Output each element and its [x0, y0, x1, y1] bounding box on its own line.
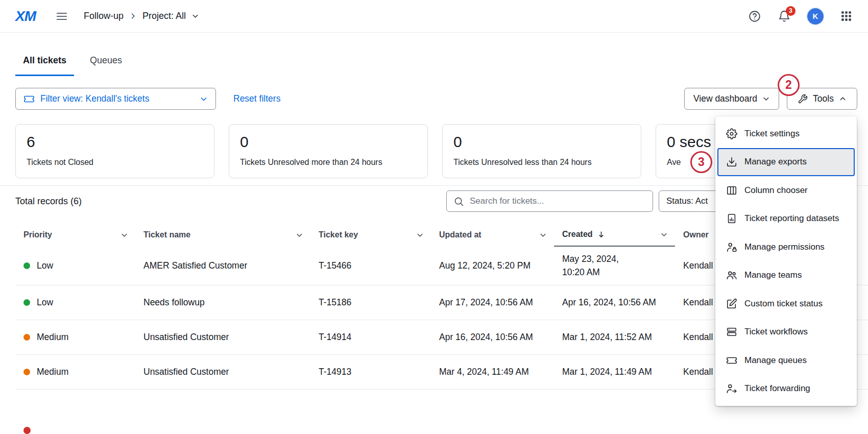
- ticket-key-cell: T-15466: [310, 260, 431, 271]
- column-label: Owner: [683, 230, 709, 239]
- priority-cell: Medium: [15, 332, 135, 343]
- ticket-key-cell: T-15186: [310, 297, 431, 308]
- chevron-right-icon: [129, 12, 137, 20]
- xm-logo[interactable]: XM: [15, 8, 36, 25]
- menu-item-label: Custom ticket status: [744, 299, 823, 309]
- tools-label: Tools: [813, 93, 834, 104]
- created-cell: Apr 16, 2024, 10:56 AM: [554, 297, 675, 308]
- breadcrumb: Follow-up Project: All: [84, 11, 199, 21]
- ticket-name-cell: Needs followup: [135, 297, 310, 308]
- sort-descending-icon: [597, 231, 605, 238]
- ticket-name-cell: Unsatisfied Customer: [135, 367, 310, 377]
- stat-label: Tickets not Closed: [27, 158, 203, 167]
- edit-icon: [726, 298, 737, 309]
- column-label: Updated at: [439, 230, 481, 239]
- menu-item-label: Column chooser: [744, 185, 808, 196]
- menu-item-manage-exports[interactable]: Manage exports: [717, 148, 855, 177]
- stat-value: 0: [240, 133, 417, 151]
- tab-queues[interactable]: Queues: [82, 51, 130, 76]
- ticket-key-cell: T-14914: [310, 332, 431, 343]
- priority-cell: Medium: [15, 367, 135, 377]
- search-input[interactable]: [470, 196, 646, 206]
- menu-item-ticket-forwarding[interactable]: Ticket forwarding: [715, 375, 857, 403]
- priority-cell: Low: [15, 260, 135, 271]
- report-icon: [726, 213, 737, 225]
- filter-view-label: Filter view: Kendall's tickets: [40, 93, 149, 104]
- created-cell: Mar 1, 2024, 11:52 AM: [554, 332, 675, 343]
- column-header-updated-at[interactable]: Updated at: [431, 223, 554, 247]
- menu-item-manage-permissions[interactable]: Manage permissions: [715, 233, 857, 261]
- help-icon[interactable]: [748, 10, 761, 23]
- priority-label: Low: [37, 297, 53, 308]
- filter-view-dropdown[interactable]: Filter view: Kendall's tickets: [15, 88, 216, 110]
- status-filter-label: Status: Act: [666, 196, 708, 206]
- annotation-step-3: 3: [690, 151, 712, 173]
- ticket-name-cell: AMER Satisfied Customer: [135, 260, 310, 271]
- column-header-priority[interactable]: Priority: [15, 223, 135, 247]
- apps-grid-icon[interactable]: [840, 10, 853, 22]
- priority-dot: [23, 369, 30, 375]
- chevron-down-icon[interactable]: [660, 231, 668, 238]
- view-dashboard-label: View dashboard: [693, 93, 757, 104]
- menu-item-ticket-workflows[interactable]: Ticket workflows: [715, 318, 857, 347]
- menu-item-label: Ticket reporting datasets: [744, 213, 839, 224]
- column-header-ticket-name[interactable]: Ticket name: [135, 223, 310, 247]
- priority-dot: [23, 262, 30, 269]
- menu-item-label: Manage permissions: [744, 242, 825, 252]
- menu-item-manage-teams[interactable]: Manage teams: [715, 261, 857, 290]
- person-lock-icon: [726, 241, 737, 253]
- stat-value: 6: [27, 133, 203, 151]
- menu-item-ticket-settings[interactable]: Ticket settings: [715, 119, 857, 148]
- menu-item-label: Manage exports: [744, 157, 807, 167]
- chevron-down-icon[interactable]: [539, 231, 547, 239]
- notifications-bell-icon[interactable]: 3: [778, 10, 791, 23]
- chevron-down-icon[interactable]: [416, 231, 424, 239]
- columns-icon: [726, 184, 737, 196]
- view-dashboard-button[interactable]: View dashboard: [684, 88, 779, 110]
- ticket-icon: [726, 354, 737, 366]
- chevron-down-icon[interactable]: [120, 231, 128, 239]
- stack-icon: [726, 326, 737, 338]
- breadcrumb-item-project[interactable]: Project: All: [142, 11, 186, 21]
- gear-icon: [726, 128, 737, 139]
- total-records-label: Total records (6): [15, 196, 82, 207]
- menu-item-label: Ticket workflows: [744, 327, 808, 337]
- stat-value: 0: [453, 133, 630, 151]
- column-label: Created: [562, 230, 593, 239]
- chevron-down-icon[interactable]: [191, 12, 199, 20]
- top-bar: XM Follow-up Project: All 3 K: [0, 0, 868, 33]
- tools-dropdown-menu: Ticket settings Manage exports Column ch…: [715, 116, 857, 406]
- updated-at-cell: Apr 17, 2024, 10:56 AM: [431, 297, 554, 308]
- reset-filters-link[interactable]: Reset filters: [233, 93, 280, 104]
- avatar[interactable]: K: [807, 8, 824, 25]
- menu-item-column-chooser[interactable]: Column chooser: [715, 176, 857, 205]
- created-cell: May 23, 2024, 10:20 AM: [554, 253, 645, 279]
- chevron-down-icon: [762, 95, 770, 103]
- stat-card-unresolved-more-24h: 0 Tickets Unresolved more than 24 hours: [229, 124, 428, 178]
- hamburger-menu-icon[interactable]: [55, 10, 68, 23]
- created-cell: Mar 1, 2024, 11:49 AM: [554, 367, 675, 377]
- menu-item-custom-ticket-status[interactable]: Custom ticket status: [715, 290, 857, 318]
- menu-item-manage-queues[interactable]: Manage queues: [715, 346, 857, 375]
- column-label: Priority: [23, 230, 52, 239]
- updated-at-cell: Aug 12, 2024, 5:20 PM: [431, 260, 554, 271]
- menu-item-ticket-reporting-datasets[interactable]: Ticket reporting datasets: [715, 205, 857, 233]
- priority-dot: [23, 427, 31, 434]
- ticket-name-cell: Unsatisfied Customer: [135, 332, 310, 343]
- priority-dot: [23, 334, 30, 341]
- menu-item-label: Ticket settings: [744, 129, 800, 139]
- stat-card-unresolved-less-24h: 0 Tickets Unresolved less than 24 hours: [442, 124, 641, 178]
- updated-at-cell: Apr 16, 2024, 10:56 AM: [431, 332, 554, 343]
- person-arrow-icon: [726, 383, 737, 395]
- column-label: Ticket key: [319, 230, 358, 239]
- priority-label: Low: [37, 260, 53, 271]
- column-header-ticket-key[interactable]: Ticket key: [310, 223, 431, 247]
- notification-badge: 3: [786, 6, 795, 16]
- chevron-down-icon[interactable]: [296, 231, 303, 239]
- tab-all-tickets[interactable]: All tickets: [15, 51, 74, 76]
- breadcrumb-item-followup[interactable]: Follow-up: [84, 11, 124, 21]
- menu-item-label: Manage teams: [744, 270, 802, 280]
- column-header-created[interactable]: Created: [554, 223, 675, 247]
- search-box: [446, 190, 653, 212]
- search-icon: [453, 196, 464, 207]
